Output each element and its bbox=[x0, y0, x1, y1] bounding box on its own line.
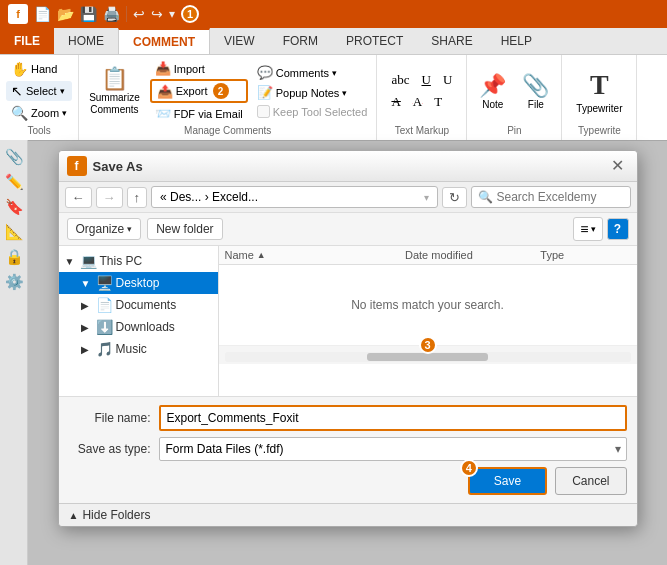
desktop-icon: 🖥️ bbox=[96, 275, 113, 291]
redo-button[interactable]: ↪ bbox=[151, 6, 163, 22]
new-button[interactable]: 📄 bbox=[34, 6, 51, 22]
file-tree: ▼ 💻 This PC ▼ 🖥️ Desktop ▶ 📄 Documents ▶… bbox=[59, 246, 219, 396]
note-icon: 📌 bbox=[479, 73, 506, 99]
file-list-empty: No items match your search. bbox=[219, 265, 637, 345]
documents-label: Documents bbox=[116, 298, 177, 312]
this-pc-label: This PC bbox=[100, 254, 143, 268]
text-markup-btn6[interactable]: T bbox=[430, 92, 446, 112]
search-box[interactable]: 🔍 bbox=[471, 186, 631, 208]
import-icon: 📥 bbox=[155, 61, 171, 76]
tab-form[interactable]: FORM bbox=[269, 28, 332, 54]
save-quick-button[interactable]: 💾 bbox=[80, 6, 97, 22]
typewriter-button[interactable]: T Typewriter bbox=[572, 65, 626, 118]
tools-group-label: Tools bbox=[27, 125, 50, 136]
open-button[interactable]: 📂 bbox=[57, 6, 74, 22]
export-button[interactable]: 📤 Export 2 bbox=[150, 79, 248, 103]
sidebar-icon-pen[interactable]: ✏️ bbox=[3, 171, 24, 193]
text-markup-btn4[interactable]: A bbox=[387, 92, 404, 112]
sidebar-icon-paperclip[interactable]: 📎 bbox=[3, 146, 24, 168]
help-button[interactable]: ? bbox=[607, 218, 629, 240]
dialog-title: Save As bbox=[93, 159, 143, 174]
tab-comment[interactable]: COMMENT bbox=[118, 28, 210, 54]
nav-refresh-button[interactable]: ↻ bbox=[442, 187, 467, 208]
nav-up-button[interactable]: ↑ bbox=[127, 187, 148, 208]
keep-tool-checkbox[interactable] bbox=[257, 105, 270, 118]
sidebar-icon-lock[interactable]: 🔒 bbox=[3, 246, 24, 268]
search-icon: 🔍 bbox=[478, 190, 493, 204]
dialog-overlay: f Save As ✕ ← → ↑ « Des... › Exceld... ▾… bbox=[28, 140, 667, 565]
text-markup-btn3[interactable]: U bbox=[439, 70, 456, 90]
text-markup-btn5[interactable]: A bbox=[409, 92, 426, 112]
nav-back-button[interactable]: ← bbox=[65, 187, 92, 208]
organize-button[interactable]: Organize ▾ bbox=[67, 218, 142, 240]
summarize-icon: 📋 bbox=[101, 66, 128, 92]
scrollbar-area: 3 bbox=[219, 345, 637, 364]
note-button[interactable]: 📌 Note bbox=[475, 69, 510, 114]
view-options-button[interactable]: ≡ ▾ bbox=[573, 217, 602, 241]
dialog-close-button[interactable]: ✕ bbox=[606, 157, 629, 175]
tree-chevron-this-pc: ▼ bbox=[65, 256, 77, 267]
text-markup-btn2[interactable]: U bbox=[417, 70, 434, 90]
summarize-comments-button[interactable]: 📋 SummarizeComments bbox=[83, 62, 146, 120]
sidebar-icon-settings[interactable]: ⚙️ bbox=[3, 271, 24, 293]
fdf-email-button[interactable]: 📨 FDF via Email bbox=[150, 104, 248, 123]
tree-chevron-desktop: ▼ bbox=[81, 278, 93, 289]
tab-protect[interactable]: PROTECT bbox=[332, 28, 417, 54]
text-markup-label: Text Markup bbox=[395, 125, 449, 136]
tab-share[interactable]: SHARE bbox=[417, 28, 486, 54]
tree-item-desktop[interactable]: ▼ 🖥️ Desktop bbox=[59, 272, 218, 294]
comments-dropdown-button[interactable]: 💬 Comments ▾ bbox=[252, 63, 373, 82]
cancel-button[interactable]: Cancel bbox=[555, 467, 626, 495]
tab-view[interactable]: VIEW bbox=[210, 28, 269, 54]
print-button[interactable]: 🖨️ bbox=[103, 6, 120, 22]
tab-file[interactable]: FILE bbox=[0, 28, 54, 54]
file-pin-icon: 📎 bbox=[522, 73, 549, 99]
dialog-body: ▼ 💻 This PC ▼ 🖥️ Desktop ▶ 📄 Documents ▶… bbox=[59, 246, 637, 396]
col-name-header: Name bbox=[225, 249, 254, 261]
tab-help[interactable]: HELP bbox=[487, 28, 546, 54]
hide-folders-label: Hide Folders bbox=[82, 508, 150, 522]
zoom-icon: 🔍 bbox=[11, 105, 28, 121]
typewriter-icon: T bbox=[590, 69, 609, 101]
this-pc-icon: 💻 bbox=[80, 253, 97, 269]
export-icon: 📤 bbox=[157, 84, 173, 99]
sidebar-icon-bookmark[interactable]: 🔖 bbox=[3, 196, 24, 218]
hand-tool-button[interactable]: ✋ Hand bbox=[6, 59, 72, 79]
nav-forward-button[interactable]: → bbox=[96, 187, 123, 208]
tree-item-music[interactable]: ▶ 🎵 Music bbox=[59, 338, 218, 360]
tree-chevron-music: ▶ bbox=[81, 344, 93, 355]
fdf-icon: 📨 bbox=[155, 106, 171, 121]
popup-notes-button[interactable]: 📝 Popup Notes ▾ bbox=[252, 83, 373, 102]
filename-label: File name: bbox=[69, 411, 159, 425]
comments-icon: 💬 bbox=[257, 65, 273, 80]
import-button[interactable]: 📥 Import bbox=[150, 59, 248, 78]
tree-item-downloads[interactable]: ▶ ⬇️ Downloads bbox=[59, 316, 218, 338]
select-icon: ↖ bbox=[11, 83, 23, 99]
tree-item-documents[interactable]: ▶ 📄 Documents bbox=[59, 294, 218, 316]
typewriter-label: Typewrite bbox=[578, 125, 621, 136]
file-pin-button[interactable]: 📎 File bbox=[518, 69, 553, 114]
filename-input[interactable] bbox=[159, 405, 627, 431]
sidebar-icon-ruler[interactable]: 📐 bbox=[3, 221, 24, 243]
search-input[interactable] bbox=[497, 190, 624, 204]
desktop-label: Desktop bbox=[116, 276, 160, 290]
select-tool-button[interactable]: ↖ Select ▾ bbox=[6, 81, 72, 101]
tab-home[interactable]: HOME bbox=[54, 28, 118, 54]
tree-item-this-pc[interactable]: ▼ 💻 This PC bbox=[59, 250, 218, 272]
undo-button[interactable]: ↩ bbox=[133, 6, 145, 22]
h-scrollbar-thumb[interactable] bbox=[367, 353, 489, 361]
new-folder-button[interactable]: New folder bbox=[147, 218, 222, 240]
redo-more-button[interactable]: ▾ bbox=[169, 7, 175, 21]
zoom-tool-button[interactable]: 🔍 Zoom ▾ bbox=[6, 103, 72, 123]
col-date-header: Date modified bbox=[405, 249, 473, 261]
dialog-actions-bar: Organize ▾ New folder ≡ ▾ ? bbox=[59, 213, 637, 246]
filetype-select[interactable]: Form Data Files (*.fdf) bbox=[159, 437, 627, 461]
text-markup-btn1[interactable]: abc bbox=[387, 70, 413, 90]
filename-row: File name: bbox=[69, 405, 627, 431]
save-button[interactable]: Save bbox=[468, 467, 547, 495]
nav-path[interactable]: « Des... › Exceld... ▾ bbox=[151, 186, 438, 208]
keep-tool-checkbox-label[interactable]: Keep Tool Selected bbox=[252, 103, 373, 120]
file-list: Name ▲ Date modified Type No items match… bbox=[219, 246, 637, 396]
tree-chevron-documents: ▶ bbox=[81, 300, 93, 311]
hide-folders-row[interactable]: ▲ Hide Folders bbox=[59, 503, 637, 526]
